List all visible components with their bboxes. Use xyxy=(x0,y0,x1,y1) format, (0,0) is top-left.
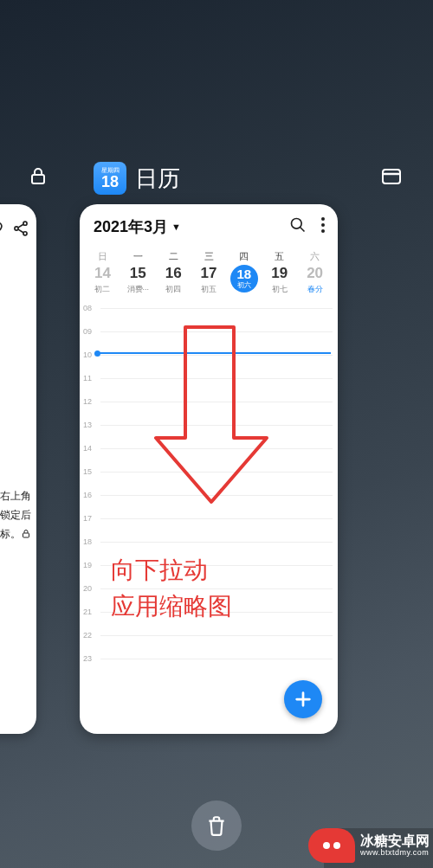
prev-card-text: 右上角 锁定后 标。 xyxy=(0,486,31,543)
svg-rect-5 xyxy=(23,533,29,537)
splitscreen-icon[interactable] xyxy=(381,168,402,189)
chevron-down-icon: ▼ xyxy=(171,222,181,232)
svg-rect-1 xyxy=(383,170,400,183)
more-icon[interactable] xyxy=(320,216,326,237)
clear-all-button[interactable] xyxy=(191,800,242,851)
add-event-button[interactable] xyxy=(284,680,322,718)
share-icon xyxy=(12,220,29,241)
app-name-label: 日历 xyxy=(135,164,180,194)
lock-icon[interactable] xyxy=(28,166,48,190)
timeline[interactable]: 08 09 10 11 12 13 14 15 16 17 18 19 20 2… xyxy=(80,300,338,688)
current-time-indicator xyxy=(99,352,331,354)
month-selector[interactable]: 2021年3月▼ xyxy=(94,216,181,237)
watermark-logo-icon xyxy=(308,828,355,863)
small-lock-icon xyxy=(21,529,31,539)
date-row[interactable]: 14初二 15消费··· 16初四 17初五 18初六 19初七 20春分 xyxy=(80,265,338,295)
svg-point-8 xyxy=(321,223,325,227)
svg-rect-0 xyxy=(32,175,44,183)
svg-point-7 xyxy=(321,217,325,221)
svg-point-6 xyxy=(292,219,302,229)
previous-app-card[interactable]: 右上角 锁定后 标。 xyxy=(0,204,36,734)
calendar-app-card[interactable]: 2021年3月▼ 日 一 二 三 四 五 六 14初二 15消费··· 16初四… xyxy=(80,204,338,734)
svg-point-9 xyxy=(321,229,325,233)
calendar-app-icon: 星期四 18 xyxy=(94,162,126,195)
watermark: 冰糖安卓网 www.btxtdmy.com xyxy=(305,823,433,868)
weekday-header: 日 一 二 三 四 五 六 xyxy=(80,248,338,263)
heart-icon xyxy=(0,220,3,241)
search-icon[interactable] xyxy=(289,216,307,237)
app-title[interactable]: 星期四 18 日历 xyxy=(94,162,180,195)
